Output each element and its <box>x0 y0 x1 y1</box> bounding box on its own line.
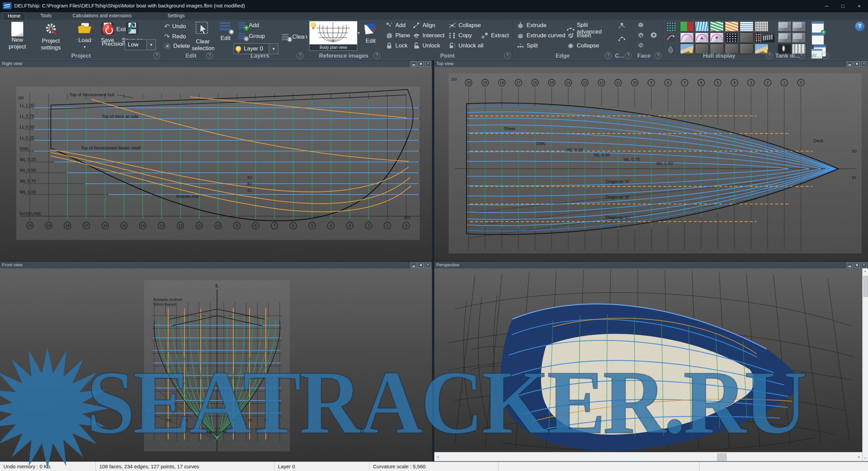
project-help-icon[interactable]: ? <box>153 52 160 59</box>
tank-view-sections-icon[interactable] <box>792 32 806 43</box>
new-project-button[interactable]: New project <box>4 22 31 50</box>
project-settings-button[interactable]: Project settings <box>32 22 70 51</box>
load-dropdown-arrow-icon[interactable]: ▼ <box>74 44 96 50</box>
hull-interior-edges-icon[interactable] <box>666 22 676 31</box>
viewport-top-view[interactable]: Top view ▂ ■ × <box>434 60 868 261</box>
close-icon[interactable]: × <box>425 263 431 268</box>
point-unlock-button[interactable]: Unlock <box>413 42 440 49</box>
tab-settings[interactable]: Settings <box>163 12 190 19</box>
windows-help-icon[interactable]: ? <box>822 52 829 59</box>
undo-button[interactable]: ↶ Undo <box>164 22 186 30</box>
face-invert-button[interactable] <box>637 31 645 39</box>
scroll-left-arrow-icon[interactable]: ‹ <box>434 452 442 461</box>
window-minimize-button[interactable]: ─ <box>819 1 834 11</box>
hull-design-hydrostatics-icon[interactable] <box>725 32 739 43</box>
scroll-right-arrow-icon[interactable]: › <box>855 452 863 461</box>
point-extract-button[interactable]: Extract <box>481 32 509 39</box>
ribbon-help-button[interactable]: ? <box>855 22 865 31</box>
maximize-icon[interactable]: ■ <box>418 61 424 67</box>
layers-edit-button[interactable]: ✱ Edit <box>217 22 234 42</box>
tank-view-shell-icon[interactable] <box>777 32 792 43</box>
right-view-canvas[interactable]: LL 1.00LL 0.75LL 0.50LL 0.25DWLWL 0.25WL… <box>0 67 432 261</box>
minimize-icon[interactable]: ▂ <box>411 61 417 67</box>
reference-edit-button[interactable]: Edit <box>362 22 379 44</box>
perspective-horizontal-scrollbar[interactable]: ‹ › <box>434 452 863 461</box>
reference-images-help-icon[interactable]: ? <box>374 52 380 59</box>
tank-display-help-icon[interactable]: ? <box>798 52 805 59</box>
hull-environment-map-icon[interactable] <box>739 21 754 32</box>
exit-button[interactable]: Exit <box>102 24 126 35</box>
layer-visibility-bulb-icon[interactable] <box>236 46 241 52</box>
point-help-icon[interactable]: ? <box>504 52 511 59</box>
load-button[interactable]: Load ▼ <box>74 22 96 50</box>
edge-help-icon[interactable]: ? <box>605 52 612 59</box>
window-icon[interactable] <box>812 33 824 45</box>
new-window-icon[interactable]: + <box>812 21 824 33</box>
perspective-vertical-scrollbar[interactable]: ‹ › <box>862 268 868 461</box>
layer-group-button[interactable]: ∪ Group <box>238 33 265 40</box>
scroll-down-arrow-icon[interactable]: › <box>862 455 868 461</box>
face-extrude-button[interactable] <box>650 31 657 39</box>
maximize-icon[interactable]: ■ <box>854 61 860 67</box>
window-maximize-button[interactable]: □ <box>835 1 850 11</box>
layer-clean-button[interactable]: ⧗ Clean <box>282 33 307 41</box>
tab-calculations-and-extensions[interactable]: Calculations and extensions <box>68 12 136 19</box>
reference-image-thumbnail[interactable]: Body plan view <box>309 21 357 51</box>
tab-home[interactable]: Home <box>3 12 25 20</box>
front-view-canvas[interactable]: ℄ Bulwarks inclined 50mm inward C A B3B2… <box>0 268 432 461</box>
hull-curvature-scale-up-icon[interactable]: ▲ <box>695 32 709 43</box>
top-view-canvas[interactable]: 150 Deck Sheer DWL WL 0.25 WL 0.50 WL 0.… <box>434 67 868 261</box>
vertical-scroll-thumb[interactable] <box>863 276 868 297</box>
hull-gaussian-curvature-icon[interactable] <box>695 21 709 32</box>
face-new-button[interactable] <box>637 21 645 28</box>
tab-tools[interactable]: Tools <box>36 12 56 19</box>
precision-select[interactable]: Low ▼ <box>125 39 156 50</box>
point-unlock-all-button[interactable]: Unlock all <box>449 42 484 49</box>
minimize-icon[interactable]: ▂ <box>411 263 417 268</box>
point-plane-button[interactable]: Plane <box>386 32 410 39</box>
curve-new-button[interactable] <box>618 22 626 30</box>
viewport-perspective[interactable]: Perspective ▂ ■ × <box>434 262 868 461</box>
hull-shade-icon[interactable] <box>680 21 694 32</box>
close-icon[interactable]: × <box>425 61 431 67</box>
hull-developability-icon[interactable] <box>710 21 724 32</box>
edge-collapse-button[interactable]: Collapse <box>567 42 599 49</box>
hull-display-help-icon[interactable]: ? <box>766 52 773 59</box>
delete-button[interactable]: × Delete <box>164 43 190 49</box>
hull-render-view-icon[interactable] <box>761 32 775 43</box>
precision-dropdown-arrow-icon[interactable]: ▼ <box>146 40 156 50</box>
curve-help-icon[interactable]: ? <box>625 52 632 59</box>
tank-view-cut-icon[interactable] <box>792 21 806 32</box>
hull-wireframe-icon[interactable] <box>754 21 769 32</box>
edit-help-icon[interactable]: ? <box>206 52 213 59</box>
curve-edit-button[interactable] <box>618 35 626 42</box>
point-add-button[interactable]: Add <box>386 22 406 29</box>
hull-curvature-icon[interactable] <box>666 33 676 43</box>
maximize-icon[interactable]: ■ <box>418 263 424 268</box>
face-delete-button[interactable] <box>637 41 645 49</box>
point-intersect-button[interactable]: Intersect <box>413 32 445 39</box>
hull-curvature-scale-down-icon[interactable]: ▼ <box>710 32 724 43</box>
minimize-icon[interactable]: ▂ <box>847 263 853 268</box>
edge-extrude-button[interactable]: Extrude <box>517 22 547 29</box>
hull-flowlines-icon[interactable] <box>739 32 754 43</box>
viewport-right-view[interactable]: Right view ▂ ■ × <box>0 60 432 261</box>
reference-image-dropdown-arrow-icon[interactable]: ▼ <box>357 31 360 35</box>
maximize-icon[interactable]: ■ <box>854 263 860 268</box>
close-icon[interactable]: × <box>861 263 867 268</box>
layers-help-icon[interactable]: ? <box>297 52 303 59</box>
reference-visibility-bulb-icon[interactable] <box>311 22 316 28</box>
edge-extrude-curved-button[interactable]: Extrude curved <box>517 32 565 39</box>
viewport-front-view[interactable]: Front view ▂ ■ × <box>0 262 432 461</box>
tank-view-solid-icon[interactable] <box>777 21 792 32</box>
window-close-button[interactable]: × <box>852 1 867 11</box>
clear-selection-button[interactable]: Clear selection <box>192 21 214 52</box>
scroll-up-arrow-icon[interactable]: ‹ <box>862 269 868 274</box>
hull-curvature-plot-icon[interactable] <box>680 32 694 43</box>
minimize-icon[interactable]: ▂ <box>847 61 853 67</box>
layer-add-button[interactable]: + Add <box>238 22 259 29</box>
edge-split-button[interactable]: Split <box>517 42 538 49</box>
point-collapse-button[interactable]: Collapse <box>449 22 481 29</box>
point-copy-button[interactable]: Copy <box>449 32 472 39</box>
redo-button[interactable]: ↷ Redo <box>164 33 186 41</box>
